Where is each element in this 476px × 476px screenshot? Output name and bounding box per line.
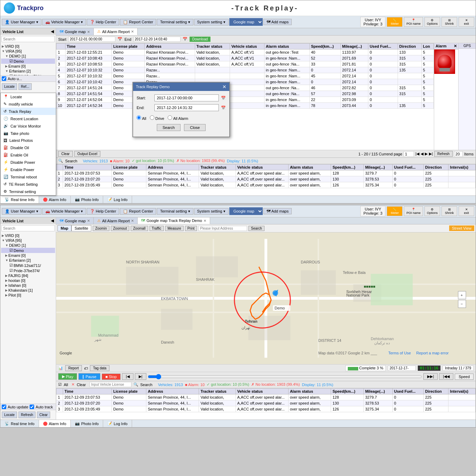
stop-btn[interactable]: ■ Stop xyxy=(102,374,121,380)
table-row[interactable]: 3 2017-12-09 23:05:49 Demo Semnan Provin… xyxy=(56,406,476,412)
tab-realtime-info-2[interactable]: 📡 Real time Info xyxy=(0,420,39,427)
table-row[interactable]: 8 2017-12-07 14:51:54 Demo Razav... out … xyxy=(56,91,434,97)
prev-frame-btn[interactable]: |◀ xyxy=(122,373,133,380)
items-count-input[interactable] xyxy=(454,151,463,157)
terminal-setting-menu-2[interactable]: Terminal setting ▾ xyxy=(157,208,193,215)
poi-name-btn-2[interactable]: 📍 POI name xyxy=(404,206,423,216)
download-btn[interactable]: Download xyxy=(190,37,210,42)
ctx-terminal-setting[interactable]: ⚙ Terminal setting xyxy=(1,188,56,195)
options-btn-2[interactable]: ⚙ Options xyxy=(424,206,440,216)
modal-cal-icon[interactable]: 📅 xyxy=(221,96,226,100)
tree-item-fajrg-2[interactable]: ▶ FAJRG [84] xyxy=(1,273,55,278)
zoomout-btn[interactable]: Zoomout xyxy=(111,226,129,231)
add-maps-btn[interactable]: 🗺 Add maps xyxy=(263,19,292,25)
tab-log-info-top[interactable]: 📝 Log Info xyxy=(103,196,132,203)
report-btn[interactable]: Report xyxy=(65,365,82,371)
ctx-modify-vehicle[interactable]: ✎ modify vehicle xyxy=(1,100,56,108)
table-row[interactable]: 2 2017-12-07 10:08:43 Demo Razavi Khoras… xyxy=(56,55,434,61)
realtime-table-scroll[interactable]: Time License plate Address Tracker statu… xyxy=(56,164,476,195)
pause-btn[interactable]: ‖ Pause xyxy=(78,373,100,380)
tree-item-demo[interactable]: ☑ Demo xyxy=(1,59,55,64)
modal-close-btn[interactable]: ✕ xyxy=(222,84,227,90)
replay-progress-slider[interactable] xyxy=(148,374,422,379)
skip-end-btn[interactable]: ▶▶| xyxy=(423,373,438,380)
map-type-select-2[interactable]: Google map xyxy=(229,207,263,215)
ctx-car-voice[interactable]: 🔊 Car Voice Monitor xyxy=(1,122,56,130)
table-row[interactable]: 2 2017-12-09 23:07:20 Demo Semnan Provin… xyxy=(56,400,476,406)
tab-google-map[interactable]: 🗺 Google map ✕ xyxy=(56,28,94,35)
system-setting-menu-2[interactable]: System setting ▾ xyxy=(194,208,229,215)
meter-btn-2[interactable]: 📏 Meter xyxy=(387,206,402,216)
calendar-icon2[interactable]: 📅 xyxy=(183,37,187,41)
tree-item-vird[interactable]: ▶ VIRD [0] xyxy=(1,44,55,49)
alarm-table-scroll[interactable]: Time License plate Address Tracker statu… xyxy=(56,43,434,150)
auto-update-checkbox[interactable] xyxy=(2,76,6,81)
tree-item-vird-2[interactable]: ▶ VIRD [0] xyxy=(1,233,55,238)
collapse-icon-2[interactable]: ◀ xyxy=(51,218,54,223)
modal-cal-icon2[interactable]: 📅 xyxy=(221,106,226,110)
ctx-terminal-reboot[interactable]: 🔄 Terminal reboot xyxy=(1,173,56,181)
exit-btn-2[interactable]: ✕ exit xyxy=(459,206,474,216)
tree-item-vira-2[interactable]: ▼ VIRA [95] xyxy=(1,238,55,243)
ctx-recent-location[interactable]: 🕐 Recent Location xyxy=(1,115,56,122)
zoomin-btn[interactable]: Zoomin xyxy=(93,226,109,231)
sidebar-search-input[interactable] xyxy=(1,36,55,42)
page-nav-prev[interactable]: ◀ xyxy=(421,152,423,156)
ctx-disable-power[interactable]: ⚡ Disable Power xyxy=(1,159,56,166)
poi-name-btn[interactable]: 📍 POI name xyxy=(404,17,423,27)
vehicle-license-input[interactable] xyxy=(90,382,131,387)
user-manager-menu-2[interactable]: 👤 User Manager ▾ xyxy=(2,208,41,215)
meter-btn[interactable]: 📏 Meter xyxy=(387,17,402,27)
tree-item-erfaniann[interactable]: ▼ Erfaniann [2] xyxy=(1,69,55,74)
play-btn[interactable]: ▶ Play xyxy=(58,373,77,380)
page-nav-next[interactable]: ▶ xyxy=(425,152,428,156)
ctx-take-photo[interactable]: 📷 Take photo xyxy=(1,130,56,137)
skip-start-btn[interactable]: |◀◀ xyxy=(439,373,453,380)
tree-item-vira[interactable]: ▼ VIRA [95] xyxy=(1,49,55,54)
start-date-input[interactable] xyxy=(68,37,115,42)
tab-close-map[interactable]: ✕ xyxy=(87,30,90,34)
table-row[interactable]: 5 2017-12-07 10:10:32 Demo Razav... in g… xyxy=(56,73,434,79)
ctx-track-replay[interactable]: ↺ Track Replay xyxy=(1,108,56,115)
radio-all-label[interactable]: All xyxy=(137,115,146,121)
ctx-disable-oil[interactable]: ⛽ Disable Oil xyxy=(1,144,56,151)
table-row[interactable]: 7 2017-12-07 14:51:24 Demo Razav... out … xyxy=(56,85,434,91)
tree-item-erfaniann-2[interactable]: ▼ Erfaniann [2] xyxy=(1,258,55,263)
clear-btn-2[interactable]: Clear xyxy=(37,412,50,418)
modal-start-input[interactable] xyxy=(154,94,219,101)
realtime-table-scroll-2[interactable]: Time License plate Address Tracker statu… xyxy=(56,388,476,420)
sidebar-search-input-2[interactable] xyxy=(1,225,55,231)
zoomall-btn[interactable]: Zoomall xyxy=(131,226,148,231)
report-center-menu[interactable]: 📋 Report Center xyxy=(120,19,156,25)
output-excel-btn[interactable]: Output Excel xyxy=(74,151,100,157)
traffic-btn[interactable]: Traffic xyxy=(149,226,164,231)
tab-close-replay[interactable]: ✕ xyxy=(204,219,206,223)
help-center-menu[interactable]: ❓ Help Center xyxy=(87,19,120,25)
tab-alarm-info-2[interactable]: Alarm Info xyxy=(39,420,71,427)
end-date-input[interactable] xyxy=(133,37,181,42)
vehicle-manager-menu-2[interactable]: 🚗 Vehicle Manager ▾ xyxy=(42,208,86,215)
print-btn[interactable]: Print xyxy=(185,226,197,231)
alarm-col-close[interactable]: ✕ xyxy=(454,44,457,48)
table-row[interactable]: 4 2017-12-07 10:10:32 Demo Razav... in g… xyxy=(56,67,434,73)
tree-item-demo-2[interactable]: ☑ Demo xyxy=(1,248,55,253)
table-row[interactable]: 9 2017-12-07 14:52:04 Demo Razav... in g… xyxy=(56,97,434,103)
tree-item-hootan-2[interactable]: ▶ hootan [0] xyxy=(1,278,55,283)
ctx-latest-photos[interactable]: 🖼 Latest Photos xyxy=(1,137,56,144)
tree-item-pilot-2[interactable]: ▶ Pilot [0] xyxy=(1,293,55,298)
replay-date-input[interactable] xyxy=(388,366,416,371)
table-row[interactable]: 2 2017-12-09 23:07:20 Demo Semnan Provin… xyxy=(56,176,476,182)
page-nav-first[interactable]: |◀ xyxy=(415,152,419,156)
collapse-icon[interactable]: ◀ xyxy=(51,29,54,34)
tab-close-alarm[interactable]: ✕ xyxy=(131,30,134,33)
auto-update-checkbox-2[interactable] xyxy=(2,405,6,409)
tab-log-info-2[interactable]: 📝 Log Info xyxy=(103,420,132,427)
map-search-btn[interactable]: Search xyxy=(248,226,264,231)
table-row[interactable]: 1 2017-12-09 23:07:53 Demo Semnan Provin… xyxy=(56,394,476,400)
terminal-setting-menu[interactable]: Terminal setting ▾ xyxy=(157,19,193,25)
street-view-btn[interactable]: Street View xyxy=(449,225,474,231)
tree-item-demo-group-2[interactable]: ▼ DEMO [1] xyxy=(1,243,55,248)
ctx-locate[interactable]: 📍 Locate xyxy=(1,93,56,100)
calendar-icon[interactable]: 📅 xyxy=(117,37,122,41)
page-nav-last[interactable]: ▶| xyxy=(429,152,433,156)
